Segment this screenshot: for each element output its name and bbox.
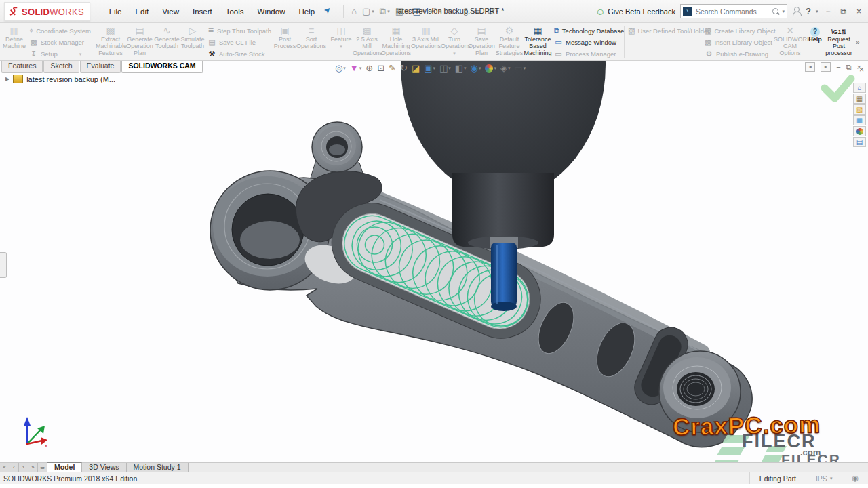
window-restore-button[interactable]: ⧉	[837, 7, 849, 16]
next-tab-icon[interactable]: ›	[19, 463, 28, 472]
view-orientation-icon[interactable]: ▣▾	[422, 62, 437, 74]
tab-3d-views[interactable]: 3D Views	[82, 463, 126, 472]
step-thru-toolpath-button[interactable]: ≣ Step Thru Toolpath	[208, 26, 271, 35]
tab-evaluate[interactable]: Evaluate	[80, 61, 121, 73]
tab-splitter-handle[interactable]: ▭	[38, 463, 47, 472]
filter-icon[interactable]: ▼▾	[349, 62, 363, 74]
camera-view-icon[interactable]: ▭▾	[513, 62, 528, 74]
request-post-processor-button[interactable]: \G1⇅ Request Post processor	[824, 24, 854, 60]
annotation-icon[interactable]: ✎	[387, 62, 397, 74]
3d-model-scene[interactable]: x	[0, 61, 868, 462]
new-document-icon[interactable]: ▢▾	[360, 5, 376, 18]
generate-operation-plan-button[interactable]: ▤ Generate Operation Plan	[125, 24, 154, 60]
sort-operations-button[interactable]: ≡ Sort Operations	[296, 24, 326, 60]
appearances-icon[interactable]: ▾	[484, 64, 498, 73]
stock-manager-button[interactable]: ▩ Stock Manager	[29, 38, 90, 47]
home-icon[interactable]: ⌂	[853, 83, 866, 93]
zoom-area-icon[interactable]: ⊡	[376, 62, 386, 74]
pin-menu-icon[interactable]: ➤	[322, 4, 336, 18]
search-icon[interactable]	[772, 7, 780, 16]
design-library-icon[interactable]: ▦	[853, 94, 866, 104]
zoom-in-icon[interactable]: ⊕	[364, 62, 374, 74]
menu-window[interactable]: Window	[251, 5, 292, 18]
default-feature-strategies-button[interactable]: ⚙ Default Feature Strategies	[495, 24, 524, 60]
feature-tree-root[interactable]: ▶ latest revision backup (M...	[5, 75, 115, 83]
simulate-toolpath-button[interactable]: ▷ Simulate Toolpath	[180, 24, 205, 60]
generate-toolpath-button[interactable]: ∿ Generate Toolpath	[154, 24, 180, 60]
login-user-icon[interactable]	[792, 7, 801, 16]
open-icon[interactable]: ⧉▾	[378, 5, 392, 18]
menu-view[interactable]: View	[155, 5, 186, 18]
menu-tools[interactable]: Tools	[219, 5, 251, 18]
window-close-button[interactable]: ×	[854, 7, 864, 16]
menu-file[interactable]: File	[102, 5, 129, 18]
three-axis-mill-operations-button[interactable]: ▥ 3 Axis Mill Operations	[411, 24, 441, 60]
setup-button[interactable]: ↧ Setup ▾	[29, 49, 90, 58]
left-panel-collapse-handle[interactable]	[0, 252, 7, 278]
ribbon-overflow-button[interactable]: »	[854, 39, 862, 46]
tab-motion-study-1[interactable]: Motion Study 1	[127, 463, 189, 472]
section-view-icon[interactable]: ◪	[410, 62, 421, 74]
doc-minimize-button[interactable]: −	[836, 63, 840, 71]
status-options-button[interactable]: ◉	[842, 472, 868, 484]
units-selector[interactable]: IPS ▾	[806, 472, 842, 484]
auto-size-stock-button[interactable]: ⚒ Auto-Size Stock	[208, 49, 271, 58]
zoom-to-fit-icon[interactable]: ◎▾	[334, 62, 347, 74]
display-style-icon[interactable]: ◧▾	[454, 62, 468, 74]
user-defined-tool-holder-button[interactable]: ▧ User Defined Tool/Holder	[628, 26, 697, 35]
tree-expand-arrow-icon[interactable]: ▶	[5, 76, 9, 82]
search-commands-input[interactable]	[694, 7, 772, 16]
tab-features[interactable]: Features	[1, 61, 43, 73]
save-cl-file-button[interactable]: ▤ Save CL File	[208, 38, 271, 47]
hole-machining-operations-button[interactable]: ▦ Hole Machining Operations	[381, 24, 411, 60]
insert-library-object-button[interactable]: ▩ Insert Library Object	[705, 38, 768, 47]
search-options-caret-icon[interactable]: ▾	[782, 9, 785, 14]
publish-e-drawing-button[interactable]: ⚙ Publish e-Drawing	[705, 49, 768, 58]
help-menu-button[interactable]: ?	[806, 6, 811, 16]
tab-model[interactable]: Model	[47, 462, 82, 472]
view-cube-icon[interactable]: ◫▾	[438, 62, 452, 74]
custom-properties-icon[interactable]: ▤	[853, 137, 866, 147]
confirmation-check-icon[interactable]	[825, 79, 851, 98]
two-five-axis-mill-operations-button[interactable]: ▩ 2.5 Axis Mill Operations	[353, 24, 381, 60]
create-library-object-button[interactable]: ▩ Create Library Object	[705, 26, 768, 35]
search-scope-icon[interactable]: ›	[683, 7, 692, 16]
turn-operations-button[interactable]: ◇ Turn Operations ▾	[441, 24, 468, 60]
first-tab-icon[interactable]: «	[0, 463, 9, 472]
task-pane-close-icon[interactable]: ×	[859, 65, 864, 75]
post-process-button[interactable]: ▣ Post Process	[273, 24, 296, 60]
tolerance-based-machining-button[interactable]: ▦ Tolerance Based Machining	[524, 24, 552, 60]
process-manager-button[interactable]: ▭ Process Manager	[554, 49, 620, 58]
last-tab-icon[interactable]: »	[28, 463, 38, 472]
feature-caret-icon[interactable]: ▾	[340, 44, 342, 49]
help-caret-icon[interactable]: ▾	[816, 9, 818, 14]
extract-machinable-features-button[interactable]: ▩ Extract Machinable Features	[96, 24, 125, 60]
save-operation-plan-button[interactable]: ▤ Save Operation Plan	[468, 24, 495, 60]
menu-insert[interactable]: Insert	[186, 5, 219, 18]
tab-solidworks-cam[interactable]: SOLIDWORKS CAM	[121, 61, 202, 73]
hide-show-items-icon[interactable]: ◉▾	[469, 62, 483, 74]
scene-icon[interactable]: ◈▾	[499, 62, 512, 74]
define-machine-button[interactable]: ▥ Define Machine	[1, 24, 27, 60]
setup-caret-icon[interactable]: ▾	[79, 52, 82, 57]
coordinate-system-button[interactable]: ⌖ Coordinate System	[29, 26, 90, 35]
appearances-scenes-icon[interactable]	[853, 126, 866, 136]
turn-operations-caret-icon[interactable]: ▾	[453, 51, 456, 56]
give-beta-feedback-button[interactable]: ☺ Give Beta Feedback	[595, 6, 675, 17]
rotate-view-icon[interactable]: ↻	[399, 62, 409, 74]
message-window-button[interactable]: ▭ Message Window	[554, 38, 620, 47]
tab-sketch[interactable]: Sketch	[43, 61, 79, 73]
help-button[interactable]: ? Help	[806, 24, 824, 60]
technology-database-button[interactable]: ⧉ Technology Database	[554, 26, 620, 35]
solidworks-cam-options-button[interactable]: ✕ SOLIDWORKS CAM Options	[774, 24, 806, 60]
feature-button[interactable]: ◫ Feature ▾	[330, 24, 353, 60]
menu-help[interactable]: Help	[292, 5, 321, 18]
view-palette-icon[interactable]: ▦	[853, 115, 866, 125]
next-document-icon[interactable]: ▸	[821, 62, 831, 72]
file-explorer-icon[interactable]: ▨	[853, 104, 866, 115]
doc-restore-button[interactable]: ⧉	[846, 63, 852, 72]
home-icon[interactable]: ⌂	[349, 5, 359, 18]
window-minimize-button[interactable]: −	[823, 7, 833, 16]
previous-tab-icon[interactable]: ‹	[9, 463, 19, 472]
previous-document-icon[interactable]: ◂	[805, 62, 815, 72]
